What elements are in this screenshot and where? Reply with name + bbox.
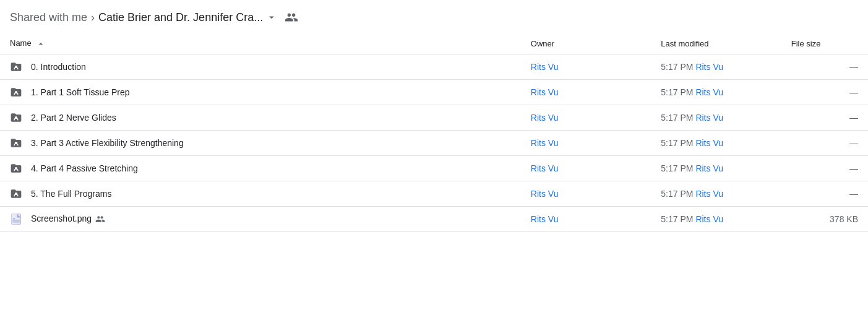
table-row[interactable]: 0. Introduction Rits Vu 5:17 PM Rits Vu … [0,54,868,79]
cell-name: 5. The Full Programs [0,181,521,206]
owner-label: Rits Vu [531,113,559,123]
column-header-name[interactable]: Name [0,33,521,54]
modified-time-label: 5:17 PM [661,189,693,199]
modified-time-label: 5:17 PM [661,214,693,224]
cell-name: 4. Part 4 Passive Stretching [0,155,521,181]
shared-folder-icon [10,162,22,175]
table-row[interactable]: Screenshot.png Rits Vu 5:17 PM Rits Vu 3… [0,206,868,231]
owner-label: Rits Vu [531,87,559,97]
modified-user-label: Rits Vu [695,62,723,72]
cell-owner: Rits Vu [521,130,651,155]
cell-modified: 5:17 PM Rits Vu [651,130,781,155]
table-row[interactable]: 1. Part 1 Soft Tissue Prep Rits Vu 5:17 … [0,79,868,105]
modified-user-label: Rits Vu [695,189,723,199]
svg-rect-9 [12,219,20,222]
cell-file-size: — [781,155,868,181]
owner-label: Rits Vu [531,138,559,148]
cell-name: 2. Part 2 Nerve Glides [0,105,521,130]
cell-name: 1. Part 1 Soft Tissue Prep [0,79,521,105]
column-header-file-size[interactable]: File size [781,33,868,54]
owner-label: Rits Vu [531,163,559,173]
modified-time-label: 5:17 PM [661,138,693,148]
modified-user-label: Rits Vu [695,138,723,148]
sort-ascending-icon [36,39,46,49]
owner-label: Rits Vu [531,62,559,72]
cell-name: Screenshot.png [0,206,521,231]
cell-file-size: — [781,54,868,79]
modified-user-label: Rits Vu [695,87,723,97]
cell-file-size: — [781,79,868,105]
cell-modified: 5:17 PM Rits Vu [651,181,781,206]
cell-owner: Rits Vu [521,79,651,105]
file-size-label: — [849,138,858,148]
cell-modified: 5:17 PM Rits Vu [651,54,781,79]
table-row[interactable]: 2. Part 2 Nerve Glides Rits Vu 5:17 PM R… [0,105,868,130]
item-name-label: 5. The Full Programs [31,189,111,199]
cell-name: 0. Introduction [0,54,521,79]
shared-folder-icon [10,111,22,124]
cell-owner: Rits Vu [521,206,651,231]
column-header-modified[interactable]: Last modified [651,33,781,54]
file-size-label: — [849,163,858,173]
cell-owner: Rits Vu [521,181,651,206]
modified-time-label: 5:17 PM [661,163,693,173]
chevron-down-icon[interactable] [265,11,278,24]
owner-label: Rits Vu [531,189,559,199]
item-name-label: 4. Part 4 Passive Stretching [31,163,138,173]
cell-name: 3. Part 3 Active Flexibility Strengtheni… [0,130,521,155]
modified-user-label: Rits Vu [695,163,723,173]
cell-file-size: 378 KB [781,206,868,231]
table-header-row: Name Owner Last modified File size [0,33,868,54]
image-file-icon [10,213,22,225]
file-size-label: — [849,87,858,97]
table-row[interactable]: 5. The Full Programs Rits Vu 5:17 PM Rit… [0,181,868,206]
cell-owner: Rits Vu [521,155,651,181]
item-name-label: 2. Part 2 Nerve Glides [31,113,116,123]
modified-user-label: Rits Vu [695,113,723,123]
modified-time-label: 5:17 PM [661,62,693,72]
svg-point-10 [13,217,15,219]
modified-user-label: Rits Vu [695,214,723,224]
modified-time-label: 5:17 PM [661,113,693,123]
column-header-owner[interactable]: Owner [521,33,651,54]
cell-file-size: — [781,130,868,155]
file-size-label: — [849,189,858,199]
file-size-label: 378 KB [830,214,858,224]
file-size-label: — [849,113,858,123]
cell-owner: Rits Vu [521,54,651,79]
cell-modified: 5:17 PM Rits Vu [651,105,781,130]
modified-time-label: 5:17 PM [661,87,693,97]
cell-file-size: — [781,181,868,206]
cell-modified: 5:17 PM Rits Vu [651,155,781,181]
shared-folder-icon [10,188,22,200]
item-name-label: 1. Part 1 Soft Tissue Prep [31,87,130,97]
owner-label: Rits Vu [531,214,559,224]
breadcrumb-current-label: Catie Brier and Dr. Jennifer Cra... [98,11,263,24]
cell-modified: 5:17 PM Rits Vu [651,79,781,105]
table-row[interactable]: 3. Part 3 Active Flexibility Strengtheni… [0,130,868,155]
cell-owner: Rits Vu [521,105,651,130]
file-table: Name Owner Last modified File size [0,33,868,232]
shared-folder-icon [10,137,22,149]
breadcrumb-separator: › [91,11,95,24]
shared-folder-icon [10,61,22,73]
item-name-label: Screenshot.png [31,214,105,224]
manage-people-icon[interactable] [281,7,301,27]
file-size-label: — [849,62,858,72]
breadcrumb: Shared with me › Catie Brier and Dr. Jen… [0,0,868,33]
cell-modified: 5:17 PM Rits Vu [651,206,781,231]
breadcrumb-shared-with-me[interactable]: Shared with me [10,11,87,24]
table-row[interactable]: 4. Part 4 Passive Stretching Rits Vu 5:1… [0,155,868,181]
shared-folder-icon [10,86,22,98]
cell-file-size: — [781,105,868,130]
item-name-label: 0. Introduction [31,62,86,72]
item-name-label: 3. Part 3 Active Flexibility Strengtheni… [31,138,184,148]
breadcrumb-current-folder: Catie Brier and Dr. Jennifer Cra... [98,11,278,24]
